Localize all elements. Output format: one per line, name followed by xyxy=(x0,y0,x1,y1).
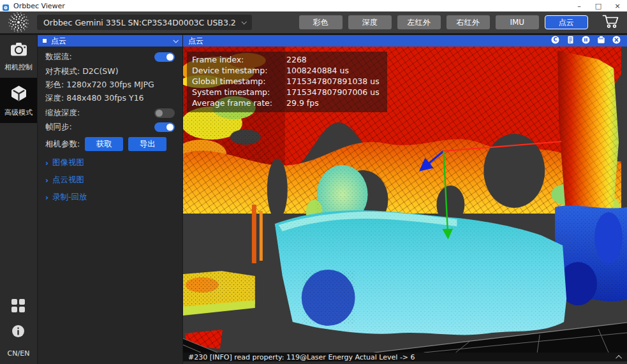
chevron-down-icon xyxy=(173,38,178,43)
log-statusbar: #230 [INFO] read property: 119@Laser Ene… xyxy=(183,353,627,361)
reset-view-icon[interactable]: C xyxy=(551,36,559,46)
viewport-header: 点云 C xyxy=(183,35,627,47)
orbbec-viewer-window: Orbbec Viewer – □ × Orbbec Gemini 335L S… xyxy=(0,0,627,364)
zoom-depth-toggle[interactable] xyxy=(154,108,175,118)
overlay-label: Average frame rate: xyxy=(192,98,286,108)
cube-icon xyxy=(10,85,27,105)
pointcloud-3d-view[interactable]: Frame index:2268 Device timestamp:100824… xyxy=(183,47,627,353)
zoom-depth-label: 缩放深度: xyxy=(45,108,80,119)
cart-icon[interactable] xyxy=(602,14,619,31)
stream-buttons: 彩色 深度 左红外 右红外 IMU 点云 xyxy=(299,15,588,29)
section-label: 图像视图 xyxy=(52,157,84,168)
overlay-label: Frame index: xyxy=(192,55,286,65)
grid-icon[interactable] xyxy=(11,298,26,316)
camera-params-label: 相机参数: xyxy=(45,139,80,150)
maximize-button[interactable]: □ xyxy=(589,0,608,11)
close-stream-icon[interactable] xyxy=(612,36,621,46)
frame-sync-toggle[interactable] xyxy=(154,122,175,132)
pointcloud-stream-button[interactable]: 点云 xyxy=(545,15,588,29)
section-record-playback[interactable]: › 录制-回放 xyxy=(45,192,175,203)
sidebar-item-camera-control[interactable]: 相机控制 xyxy=(0,35,37,78)
stream-toggle[interactable] xyxy=(154,52,175,62)
settings-panel: 点云 数据流: 对齐模式: D2C(SW) 彩色: 1280x720 30fps… xyxy=(38,35,182,364)
chevron-right-icon: › xyxy=(45,193,48,202)
overlay-value: 1008240884 us xyxy=(286,66,380,76)
frame-info-overlay: Frame index:2268 Device timestamp:100824… xyxy=(187,52,387,112)
log-message: #230 [INFO] read property: 119@Laser Ene… xyxy=(188,353,415,361)
frame-sync-label: 帧同步: xyxy=(45,122,72,133)
left-ir-stream-button[interactable]: 左红外 xyxy=(397,15,441,29)
imu-stream-button[interactable]: IMU xyxy=(496,15,539,29)
section-label: 录制-回放 xyxy=(52,192,87,203)
get-params-button[interactable]: 获取 xyxy=(85,137,123,151)
sidebar: 相机控制 高级模式 xyxy=(0,35,37,364)
sidebar-item-label: 相机控制 xyxy=(4,62,33,72)
color-profile-value: 彩色: 1280x720 30fps MJPG xyxy=(45,79,175,90)
stream-label: 数据流: xyxy=(45,52,72,62)
chevron-right-icon: › xyxy=(45,159,48,168)
overlay-label: Device timestamp: xyxy=(192,66,286,76)
right-ir-stream-button[interactable]: 右红外 xyxy=(446,15,490,29)
viewport-title: 点云 xyxy=(188,36,203,47)
bottom-strip xyxy=(183,361,627,364)
device-selector[interactable]: Orbbec Gemini 335L SN:CP3S34D0003C USB3.… xyxy=(37,15,252,30)
top-toolbar: Orbbec Gemini 335L SN:CP3S34D0003C USB3.… xyxy=(0,11,627,33)
log-icon[interactable] xyxy=(566,36,575,46)
panel-header[interactable]: 点云 xyxy=(38,35,182,47)
section-pointcloud-view[interactable]: › 点云视图 xyxy=(45,175,175,186)
language-toggle[interactable]: CN/EN xyxy=(8,349,30,358)
viewport: 点云 C xyxy=(183,35,627,364)
overlay-value: 1715347807907006 us xyxy=(286,87,380,98)
chevron-down-icon xyxy=(241,19,246,24)
titlebar: Orbbec Viewer – □ × xyxy=(0,0,627,11)
section-label: 点云视图 xyxy=(52,175,84,186)
export-params-button[interactable]: 导出 xyxy=(128,137,166,151)
bullet-square-icon xyxy=(43,39,47,43)
panel-title: 点云 xyxy=(51,36,66,47)
device-selector-label: Orbbec Gemini 335L SN:CP3S34D0003C USB3.… xyxy=(43,18,236,27)
snapshot-icon[interactable] xyxy=(597,36,605,46)
overlay-value: 1715347807891038 us xyxy=(286,76,380,87)
depth-profile-value: 深度: 848x480 30fps Y16 xyxy=(45,92,175,103)
app-icon xyxy=(3,2,10,10)
orbbec-logo xyxy=(0,12,37,33)
overlay-label: Global timestamp: xyxy=(192,76,286,87)
depth-stream-button[interactable]: 深度 xyxy=(348,15,392,29)
align-mode-value: 对齐模式: D2C(SW) xyxy=(45,66,175,76)
chevron-up-icon[interactable] xyxy=(616,354,622,361)
chevron-right-icon: › xyxy=(45,176,48,185)
overlay-value: 29.9 fps xyxy=(286,98,380,108)
section-image-view[interactable]: › 图像视图 xyxy=(45,157,175,168)
info-icon[interactable] xyxy=(11,324,25,340)
sidebar-item-label: 高级模式 xyxy=(4,108,33,117)
sidebar-item-advanced-mode[interactable]: 高级模式 xyxy=(0,78,37,123)
overlay-label: System timestamp: xyxy=(192,87,286,98)
minimize-button[interactable]: – xyxy=(570,0,589,11)
camera-icon xyxy=(10,42,27,59)
pause-icon[interactable] xyxy=(582,36,590,46)
color-stream-button[interactable]: 彩色 xyxy=(299,15,343,29)
overlay-value: 2268 xyxy=(286,55,380,65)
svg-text:C: C xyxy=(553,36,557,43)
window-title: Orbbec Viewer xyxy=(13,2,65,10)
close-button[interactable]: × xyxy=(608,0,627,11)
